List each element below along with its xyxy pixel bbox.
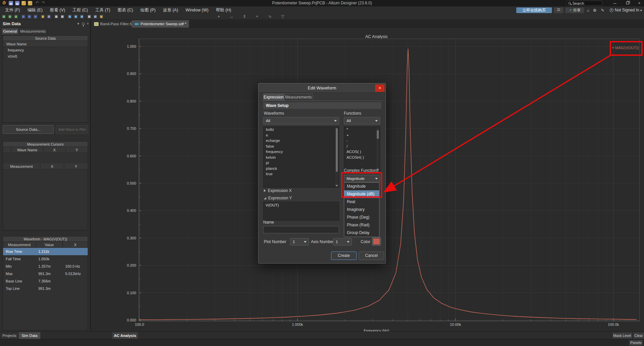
tab-dialog-measurements[interactable]: Measurements (284, 93, 313, 101)
legend-item[interactable]: MAG(V(OUT)) (612, 46, 639, 50)
list-item[interactable]: / (344, 144, 380, 149)
origin-icon[interactable]: ⌖ (215, 14, 223, 19)
color-swatch[interactable] (372, 237, 381, 245)
open-icon[interactable] (22, 1, 26, 5)
expression-x-toggle[interactable]: Expression X (264, 188, 292, 193)
menu-wave[interactable]: 波形 (A) (159, 6, 182, 14)
tab-general[interactable]: General (1, 28, 19, 34)
functions-listbox[interactable]: * + - / ACOS( ) ACOSH( ) (344, 126, 380, 171)
pan-horizontal-icon[interactable]: ↔ (228, 14, 235, 19)
panel-tab-simdata[interactable]: Sim Data (19, 332, 40, 339)
redo-icon[interactable]: ↷ (42, 0, 45, 5)
pin-icon[interactable] (82, 23, 85, 25)
save-doc-icon[interactable] (47, 14, 51, 19)
create-button[interactable]: Create (331, 252, 357, 260)
panel-menu-icon[interactable]: ▾ (77, 22, 79, 26)
crosshair-icon[interactable]: + (253, 14, 261, 19)
menu-chart[interactable]: 图表 (C) (114, 6, 137, 14)
list-item[interactable]: pi (264, 160, 339, 166)
functions-filter-dropdown[interactable]: All (344, 117, 380, 124)
menu-plot[interactable]: 绘图 (P) (137, 6, 159, 14)
name-field[interactable] (263, 226, 339, 233)
scroll-down-icon[interactable] (335, 185, 338, 187)
expression-y-toggle[interactable]: Expression Y (264, 196, 292, 200)
table-row[interactable]: Rise Time1.211k (3, 248, 88, 255)
expression-y-field[interactable]: V(OUT) (263, 202, 339, 221)
option-real[interactable]: Real (344, 198, 379, 206)
home-icon[interactable]: ⌂ (587, 8, 589, 13)
panels-button[interactable]: Panels (629, 340, 643, 346)
preview-icon[interactable] (60, 14, 65, 19)
doc-tab-simdata[interactable]: Potentiometer Sweep.sdf * (132, 20, 189, 28)
scrollbar[interactable] (376, 127, 379, 170)
axis-number-dropdown[interactable]: 1 (333, 238, 352, 245)
cancel-button[interactable]: Cancel (359, 252, 384, 260)
search-input[interactable] (572, 1, 601, 5)
zoom-fit-icon[interactable] (80, 14, 84, 19)
paste-icon[interactable] (99, 14, 104, 19)
list-item[interactable]: e (264, 132, 339, 138)
probe-ac-icon[interactable] (8, 14, 12, 19)
add-wave-to-plot-button[interactable]: Add Wave to Plot (56, 125, 88, 134)
table-row[interactable]: Fall Time1.650k (3, 255, 88, 263)
menu-edit[interactable]: 编辑 (E) (24, 6, 46, 14)
doc-dc-icon[interactable] (21, 14, 26, 19)
probe-noise-icon[interactable] (14, 14, 18, 19)
tab-measurements[interactable]: Measurements (19, 28, 47, 34)
option-magnitude-db[interactable]: Magnitude (dB) (344, 190, 379, 198)
minimize-button[interactable] (610, 0, 620, 6)
zoom-out-icon[interactable] (74, 14, 78, 19)
sign-in-button[interactable]: Not Signed In ▾ (610, 7, 642, 13)
doc-tran-icon[interactable] (33, 14, 38, 19)
save-all-icon[interactable] (15, 1, 19, 5)
panel-close-icon[interactable]: × (87, 22, 89, 26)
marker-icon[interactable]: ▽ (279, 14, 286, 19)
plot-number-dropdown[interactable]: 1 (290, 238, 309, 245)
source-data-button[interactable]: Source Data... (3, 125, 54, 134)
probe-icon[interactable] (2, 14, 6, 19)
list-item[interactable]: - (344, 138, 380, 144)
list-item[interactable]: boltz (264, 127, 339, 132)
table-row[interactable]: Base Line7.356m (3, 277, 88, 285)
tab-expression[interactable]: Expression (263, 93, 284, 101)
list-item[interactable]: + (344, 132, 380, 138)
dialog-close-button[interactable]: × (375, 84, 385, 92)
scrollbar[interactable] (335, 127, 338, 187)
option-imaginary[interactable]: Imaginary (344, 206, 379, 214)
wave-item-frequency[interactable]: frequency (3, 47, 88, 53)
global-search[interactable] (567, 1, 602, 6)
menu-tools[interactable]: 工具 (T) (92, 6, 114, 14)
copy-icon[interactable] (93, 14, 97, 19)
list-item[interactable]: planck (264, 166, 339, 171)
menu-help[interactable]: 帮助 (H) (212, 6, 235, 14)
list-item[interactable]: ACOS( ) (344, 149, 380, 155)
buy-online-button[interactable]: 立即在线购买 (516, 7, 552, 13)
table-row[interactable]: Max991.3m5.012kHz (3, 270, 88, 277)
pan-vertical-icon[interactable]: ⇕ (241, 14, 248, 19)
doc-ac-icon[interactable] (27, 14, 32, 19)
restore-button[interactable] (622, 0, 633, 6)
panel-tab-projects[interactable]: Projects (1, 332, 18, 339)
waveforms-filter-dropdown[interactable]: All (263, 117, 339, 124)
dialog-titlebar[interactable]: Edit Waveform (258, 83, 386, 93)
option-magnitude[interactable]: Magnitude (344, 183, 379, 190)
cut-icon[interactable] (87, 14, 91, 19)
option-phase-deg[interactable]: Phase (Deg) (344, 214, 379, 221)
complex-functions-dropdown[interactable]: Magnitude (344, 175, 380, 182)
clear-button[interactable]: Clear (633, 333, 644, 339)
plot-area[interactable] (139, 39, 640, 321)
table-row[interactable]: Top Line991.3m (3, 285, 88, 292)
mask-level-button[interactable]: Mask Level (612, 333, 632, 339)
option-phase-rad[interactable]: Phase (Rad) (344, 221, 379, 229)
comment-button[interactable]: 🗩 (554, 7, 563, 13)
undo-icon[interactable]: ↶ (36, 0, 39, 5)
list-item[interactable]: false (264, 144, 339, 149)
list-item[interactable]: kelvin (264, 155, 339, 160)
feedback-icon[interactable]: ✎ (601, 8, 604, 13)
share-button[interactable]: ➚ 分享 (565, 7, 584, 13)
list-item[interactable]: ACOSH( ) (344, 155, 380, 160)
menu-file[interactable]: 文件 (F) (1, 6, 24, 14)
open-doc-icon[interactable] (41, 14, 45, 19)
list-item[interactable]: frequency (264, 149, 339, 155)
close-button[interactable]: × (635, 0, 644, 6)
